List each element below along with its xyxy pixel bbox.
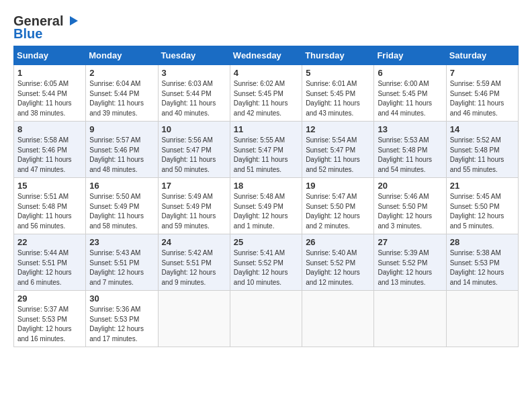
calendar-cell: 5Sunrise: 6:01 AM Sunset: 5:45 PM Daylig… [302,65,374,122]
day-info: Sunrise: 5:54 AM Sunset: 5:47 PM Dayligh… [306,136,370,175]
logo-icon [64,13,79,28]
day-info: Sunrise: 5:46 AM Sunset: 5:50 PM Dayligh… [378,192,442,231]
calendar-cell: 19Sunrise: 5:47 AM Sunset: 5:50 PM Dayli… [302,178,374,234]
calendar-cell: 4Sunrise: 6:02 AM Sunset: 5:45 PM Daylig… [230,65,302,122]
weekday-header-saturday: Saturday [446,46,518,65]
day-number: 26 [306,237,370,247]
day-info: Sunrise: 5:59 AM Sunset: 5:46 PM Dayligh… [450,79,515,118]
calendar-cell: 8Sunrise: 5:58 AM Sunset: 5:46 PM Daylig… [14,122,86,178]
calendar-cell: 9Sunrise: 5:57 AM Sunset: 5:46 PM Daylig… [86,122,158,178]
day-number: 30 [89,293,154,304]
calendar-week-row: 1Sunrise: 6:05 AM Sunset: 5:44 PM Daylig… [14,65,519,122]
day-number: 8 [17,124,82,134]
day-number: 29 [17,293,82,304]
calendar-cell: 6Sunrise: 6:00 AM Sunset: 5:45 PM Daylig… [374,65,446,122]
day-info: Sunrise: 5:51 AM Sunset: 5:48 PM Dayligh… [17,192,82,231]
day-info: Sunrise: 5:47 AM Sunset: 5:50 PM Dayligh… [306,192,370,231]
day-number: 3 [162,68,226,78]
calendar-cell: 20Sunrise: 5:46 AM Sunset: 5:50 PM Dayli… [374,178,446,234]
day-info: Sunrise: 5:52 AM Sunset: 5:48 PM Dayligh… [450,136,515,175]
day-info: Sunrise: 5:38 AM Sunset: 5:53 PM Dayligh… [450,248,515,287]
weekday-header-sunday: Sunday [14,46,86,65]
calendar-cell: 16Sunrise: 5:50 AM Sunset: 5:49 PM Dayli… [86,178,158,234]
day-number: 10 [162,124,226,134]
calendar-week-row: 8Sunrise: 5:58 AM Sunset: 5:46 PM Daylig… [14,122,519,178]
weekday-header-tuesday: Tuesday [158,46,230,65]
day-info: Sunrise: 5:37 AM Sunset: 5:53 PM Dayligh… [17,305,82,344]
day-info: Sunrise: 6:04 AM Sunset: 5:44 PM Dayligh… [89,79,154,118]
calendar-cell: 11Sunrise: 5:55 AM Sunset: 5:47 PM Dayli… [230,122,302,178]
day-info: Sunrise: 5:42 AM Sunset: 5:51 PM Dayligh… [162,248,226,287]
calendar-cell [302,291,374,347]
day-info: Sunrise: 5:50 AM Sunset: 5:49 PM Dayligh… [89,192,154,231]
day-number: 13 [378,124,442,134]
calendar-cell: 29Sunrise: 5:37 AM Sunset: 5:53 PM Dayli… [14,291,86,347]
weekday-header-friday: Friday [374,46,446,65]
day-number: 20 [378,181,442,191]
weekday-header-monday: Monday [86,46,158,65]
calendar-cell [158,291,230,347]
logo: General Blue [13,13,79,42]
day-info: Sunrise: 5:57 AM Sunset: 5:46 PM Dayligh… [89,136,154,175]
day-info: Sunrise: 6:02 AM Sunset: 5:45 PM Dayligh… [234,79,298,118]
day-number: 5 [306,68,370,78]
calendar-cell: 7Sunrise: 5:59 AM Sunset: 5:46 PM Daylig… [446,65,518,122]
calendar-cell: 3Sunrise: 6:03 AM Sunset: 5:44 PM Daylig… [158,65,230,122]
day-number: 28 [450,237,515,247]
page-header: General Blue [13,11,519,42]
day-info: Sunrise: 6:00 AM Sunset: 5:45 PM Dayligh… [378,79,442,118]
day-number: 11 [234,124,298,134]
day-number: 24 [162,237,226,247]
day-info: Sunrise: 6:05 AM Sunset: 5:44 PM Dayligh… [17,79,82,118]
calendar-cell: 12Sunrise: 5:54 AM Sunset: 5:47 PM Dayli… [302,122,374,178]
day-info: Sunrise: 5:44 AM Sunset: 5:51 PM Dayligh… [17,248,82,287]
day-number: 17 [162,181,226,191]
calendar-cell: 30Sunrise: 5:36 AM Sunset: 5:53 PM Dayli… [86,291,158,347]
calendar-header-row: SundayMondayTuesdayWednesdayThursdayFrid… [14,46,519,65]
day-number: 27 [378,237,442,247]
calendar-cell: 18Sunrise: 5:48 AM Sunset: 5:49 PM Dayli… [230,178,302,234]
calendar-cell [446,291,518,347]
day-info: Sunrise: 5:56 AM Sunset: 5:47 PM Dayligh… [162,136,226,175]
calendar-cell: 13Sunrise: 5:53 AM Sunset: 5:48 PM Dayli… [374,122,446,178]
calendar-cell: 28Sunrise: 5:38 AM Sunset: 5:53 PM Dayli… [446,234,518,291]
calendar-cell: 15Sunrise: 5:51 AM Sunset: 5:48 PM Dayli… [14,178,86,234]
day-info: Sunrise: 5:45 AM Sunset: 5:50 PM Dayligh… [450,192,515,231]
day-number: 2 [89,68,154,78]
day-info: Sunrise: 5:40 AM Sunset: 5:52 PM Dayligh… [306,248,370,287]
day-number: 9 [89,124,154,134]
calendar-cell: 17Sunrise: 5:49 AM Sunset: 5:49 PM Dayli… [158,178,230,234]
day-number: 22 [17,237,82,247]
day-info: Sunrise: 5:53 AM Sunset: 5:48 PM Dayligh… [378,136,442,175]
day-info: Sunrise: 5:58 AM Sunset: 5:46 PM Dayligh… [17,136,82,175]
logo-blue-text: Blue [13,26,42,42]
calendar-week-row: 29Sunrise: 5:37 AM Sunset: 5:53 PM Dayli… [14,291,519,347]
day-info: Sunrise: 5:43 AM Sunset: 5:51 PM Dayligh… [89,248,154,287]
day-number: 18 [234,181,298,191]
day-info: Sunrise: 5:39 AM Sunset: 5:52 PM Dayligh… [378,248,442,287]
day-number: 1 [17,68,82,78]
calendar-week-row: 22Sunrise: 5:44 AM Sunset: 5:51 PM Dayli… [14,234,519,291]
day-number: 14 [450,124,515,134]
day-info: Sunrise: 5:36 AM Sunset: 5:53 PM Dayligh… [89,305,154,344]
day-number: 16 [89,181,154,191]
day-number: 12 [306,124,370,134]
calendar-cell: 26Sunrise: 5:40 AM Sunset: 5:52 PM Dayli… [302,234,374,291]
day-info: Sunrise: 5:48 AM Sunset: 5:49 PM Dayligh… [234,192,298,231]
day-info: Sunrise: 5:55 AM Sunset: 5:47 PM Dayligh… [234,136,298,175]
day-number: 21 [450,181,515,191]
calendar-cell: 14Sunrise: 5:52 AM Sunset: 5:48 PM Dayli… [446,122,518,178]
svg-marker-0 [70,16,78,26]
day-number: 6 [378,68,442,78]
day-number: 19 [306,181,370,191]
calendar-table: SundayMondayTuesdayWednesdayThursdayFrid… [13,46,519,347]
calendar-cell: 23Sunrise: 5:43 AM Sunset: 5:51 PM Dayli… [86,234,158,291]
day-info: Sunrise: 5:41 AM Sunset: 5:52 PM Dayligh… [234,248,298,287]
calendar-cell: 21Sunrise: 5:45 AM Sunset: 5:50 PM Dayli… [446,178,518,234]
calendar-cell: 25Sunrise: 5:41 AM Sunset: 5:52 PM Dayli… [230,234,302,291]
calendar-cell [230,291,302,347]
calendar-cell: 2Sunrise: 6:04 AM Sunset: 5:44 PM Daylig… [86,65,158,122]
calendar-cell [374,291,446,347]
weekday-header-wednesday: Wednesday [230,46,302,65]
calendar-cell: 10Sunrise: 5:56 AM Sunset: 5:47 PM Dayli… [158,122,230,178]
